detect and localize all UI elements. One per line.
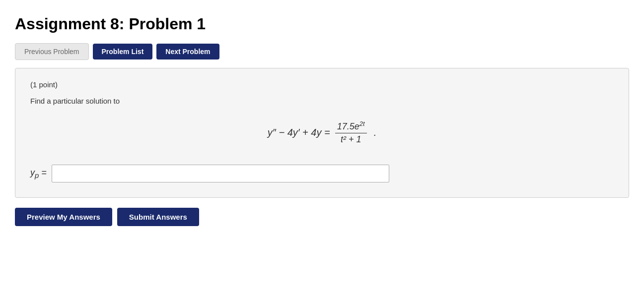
problem-container: (1 point) Find a particular solution to … xyxy=(15,68,629,198)
problem-instruction: Find a particular solution to xyxy=(30,97,614,105)
problem-list-button[interactable]: Problem List xyxy=(93,44,153,59)
answer-label: yp = xyxy=(30,168,47,179)
fraction-numerator: 17.5e2t xyxy=(335,120,367,133)
fraction-denominator: t² + 1 xyxy=(339,133,363,145)
period: . xyxy=(374,127,377,138)
bottom-buttons: Preview My Answers Submit Answers xyxy=(15,208,629,226)
next-problem-button[interactable]: Next Problem xyxy=(156,44,219,59)
prev-problem-button[interactable]: Previous Problem xyxy=(15,43,89,60)
answer-row: yp = xyxy=(30,165,614,182)
page-title: Assignment 8: Problem 1 xyxy=(15,15,629,33)
navigation-buttons: Previous Problem Problem List Next Probl… xyxy=(15,43,629,60)
preview-answers-button[interactable]: Preview My Answers xyxy=(15,208,112,226)
points-label: (1 point) xyxy=(30,80,614,89)
submit-answers-button[interactable]: Submit Answers xyxy=(117,208,199,226)
equation-display: y″ − 4y′ + 4y = 17.5e2t t² + 1 . xyxy=(30,120,614,145)
equation-lhs: y″ − 4y′ + 4y = xyxy=(268,127,330,138)
equation: y″ − 4y′ + 4y = 17.5e2t t² + 1 . xyxy=(268,120,376,145)
answer-input[interactable] xyxy=(52,165,389,182)
equation-fraction: 17.5e2t t² + 1 xyxy=(335,120,367,145)
